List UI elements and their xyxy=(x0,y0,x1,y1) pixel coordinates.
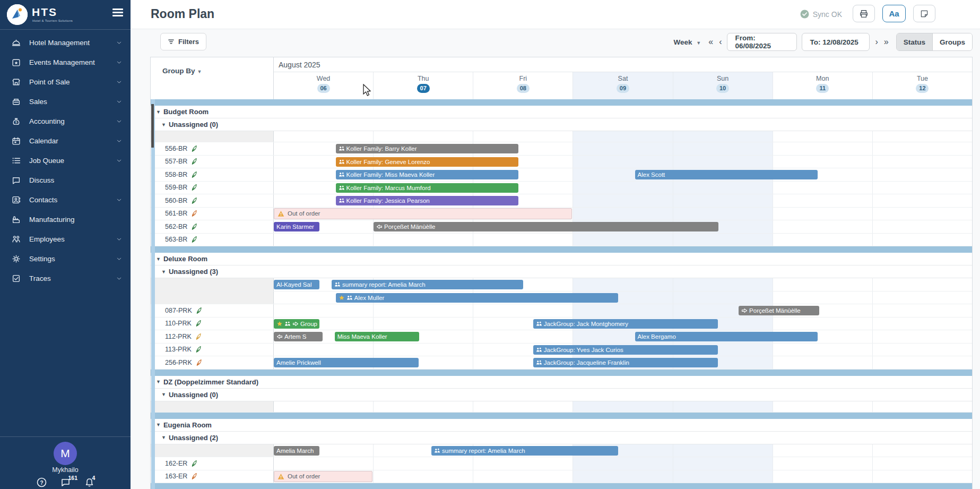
day-cell[interactable] xyxy=(573,194,672,207)
day-cell[interactable] xyxy=(673,194,773,207)
print-button[interactable] xyxy=(853,5,875,22)
day-cell[interactable] xyxy=(773,278,872,291)
day-cell[interactable] xyxy=(274,131,373,142)
section-header-dz-doppelzimmer-standard[interactable]: ▼ DZ (Doppelzimmer Standard) xyxy=(151,376,972,389)
room-label-cell[interactable]: 162-ER xyxy=(151,457,274,470)
booking-bar[interactable]: summary report: Amelia March xyxy=(332,280,523,289)
day-cell[interactable] xyxy=(773,356,872,369)
day-cell[interactable] xyxy=(773,131,872,142)
day-cell[interactable] xyxy=(872,470,972,483)
day-cell[interactable] xyxy=(773,194,872,207)
booking-bar[interactable]: Al-Kayed Sal xyxy=(274,280,319,289)
day-header-fri[interactable]: Fri 08 xyxy=(473,72,573,99)
day-cell[interactable] xyxy=(373,131,473,142)
room-label-cell[interactable]: 561-BR xyxy=(151,208,274,220)
day-cell[interactable] xyxy=(473,131,573,142)
section-header-budget-room[interactable]: ▼ Budget Room xyxy=(151,106,972,118)
day-cell[interactable] xyxy=(573,470,672,483)
unassigned-header[interactable]: ▼ Unassigned (3) xyxy=(151,265,972,278)
nav-first-button[interactable]: « xyxy=(708,37,714,47)
room-label-cell[interactable]: 557-BR xyxy=(151,156,274,168)
day-cell[interactable] xyxy=(473,304,573,317)
vertical-scrollbar-track[interactable] xyxy=(151,99,155,489)
day-cell[interactable] xyxy=(373,344,473,356)
day-cell[interactable] xyxy=(573,278,672,291)
day-cell[interactable] xyxy=(673,401,773,412)
sidebar-item-hotel-management[interactable]: Hotel Management xyxy=(0,33,131,53)
nav-prev-button[interactable]: ‹ xyxy=(718,37,722,47)
notes-button[interactable] xyxy=(913,5,935,22)
booking-bar[interactable]: JackGroup: Yves Jack Curios xyxy=(533,345,718,355)
day-cell[interactable] xyxy=(673,208,773,220)
day-cell[interactable] xyxy=(773,291,872,304)
booking-bar[interactable]: Karin Starmer xyxy=(274,222,319,231)
room-label-cell[interactable]: 560-BR xyxy=(151,194,274,207)
groups-toggle[interactable]: Groups xyxy=(933,33,972,50)
booking-bar[interactable]: Koller Family: Marcus Mumford xyxy=(336,183,518,193)
section-header-deluxe-room[interactable]: ▼ Deluxe Room xyxy=(151,253,972,265)
day-cell[interactable] xyxy=(673,470,773,483)
day-cell[interactable] xyxy=(872,234,972,246)
booking-bar[interactable]: Miss Maeva Koller xyxy=(335,332,420,341)
day-cell[interactable] xyxy=(573,457,672,470)
hamburger-menu-icon[interactable] xyxy=(112,8,123,17)
day-cell[interactable] xyxy=(673,291,773,304)
avatar[interactable]: M xyxy=(54,442,77,465)
booking-bar[interactable]: Porçeßet Mänùèlle xyxy=(739,306,819,315)
day-cell[interactable] xyxy=(573,234,672,246)
day-cell[interactable] xyxy=(773,318,872,330)
sidebar-item-calendar[interactable]: Calendar xyxy=(0,131,131,151)
day-cell[interactable] xyxy=(373,401,473,412)
day-cell[interactable] xyxy=(773,470,872,483)
day-cell[interactable] xyxy=(773,220,872,233)
day-cell[interactable] xyxy=(274,344,373,356)
to-date-input[interactable]: To: 12/08/2025 xyxy=(802,33,870,51)
day-cell[interactable] xyxy=(373,318,473,330)
nav-last-button[interactable]: » xyxy=(883,37,889,47)
section-header-eugenia-room[interactable]: ▼ Eugenia Room xyxy=(151,419,972,432)
day-cell[interactable] xyxy=(773,182,872,194)
day-cell[interactable] xyxy=(872,182,972,194)
room-label-cell[interactable]: 556-BR xyxy=(151,142,274,155)
vertical-scrollbar-thumb[interactable] xyxy=(151,104,154,148)
day-cell[interactable] xyxy=(872,194,972,207)
day-cell[interactable] xyxy=(773,401,872,412)
sidebar-item-job-queue[interactable]: Job Queue xyxy=(0,151,131,170)
day-cell[interactable] xyxy=(673,131,773,142)
from-date-input[interactable]: From: 06/08/2025 xyxy=(727,33,797,51)
sidebar-item-employees[interactable]: Employees xyxy=(0,229,131,249)
day-cell[interactable] xyxy=(373,304,473,317)
day-cell[interactable] xyxy=(872,457,972,470)
day-cell[interactable] xyxy=(872,304,972,317)
notifications-bell-icon[interactable]: 4 xyxy=(84,477,94,487)
booking-bar[interactable]: Amelia March xyxy=(274,446,319,456)
day-cell[interactable] xyxy=(473,330,573,343)
day-cell[interactable] xyxy=(872,220,972,233)
day-cell[interactable] xyxy=(274,304,373,317)
day-cell[interactable] xyxy=(872,278,972,291)
out-of-order-block[interactable]: Out of order xyxy=(274,471,372,482)
room-label-cell[interactable]: 087-PRK xyxy=(151,304,274,317)
day-cell[interactable] xyxy=(773,156,872,168)
booking-bar[interactable]: Alex Bergamo xyxy=(635,332,818,341)
day-cell[interactable] xyxy=(473,470,573,483)
sidebar-item-contacts[interactable]: Contacts xyxy=(0,190,131,210)
booking-bar[interactable]: Alex Scott xyxy=(635,170,818,179)
room-label-cell[interactable]: 558-BR xyxy=(151,168,274,181)
text-size-button[interactable]: Aa xyxy=(882,5,906,22)
day-cell[interactable] xyxy=(573,156,672,168)
day-cell[interactable] xyxy=(872,401,972,412)
day-cell[interactable] xyxy=(573,142,672,155)
day-cell[interactable] xyxy=(773,234,872,246)
day-cell[interactable] xyxy=(872,344,972,356)
day-cell[interactable] xyxy=(573,208,672,220)
day-cell[interactable] xyxy=(473,401,573,412)
booking-bar[interactable]: Group xyxy=(274,319,319,329)
room-label-cell[interactable]: 562-BR xyxy=(151,220,274,233)
room-label-cell[interactable]: 563-BR xyxy=(151,234,274,246)
day-header-sun[interactable]: Sun 10 xyxy=(673,72,773,99)
sidebar-item-sales[interactable]: Sales xyxy=(0,92,131,111)
day-cell[interactable] xyxy=(872,131,972,142)
day-cell[interactable] xyxy=(673,182,773,194)
room-label-cell[interactable]: 110-PRK xyxy=(151,318,274,330)
